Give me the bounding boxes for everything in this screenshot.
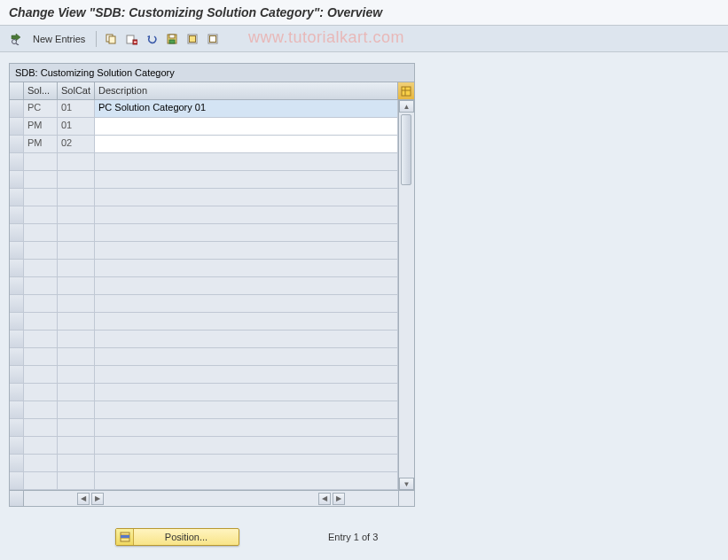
cell-solcat[interactable]	[58, 366, 95, 383]
cell-solcat[interactable]: 01	[58, 118, 95, 135]
cell-sol[interactable]	[24, 401, 58, 418]
cell-description[interactable]	[95, 472, 398, 489]
cell-description[interactable]	[95, 366, 398, 383]
position-button[interactable]: Position...	[115, 528, 239, 546]
header-selector[interactable]	[10, 82, 24, 99]
cell-description[interactable]	[95, 384, 398, 401]
cell-solcat[interactable]	[58, 206, 95, 223]
cell-sol[interactable]	[24, 419, 58, 436]
row-selector[interactable]	[10, 455, 24, 471]
cell-solcat[interactable]	[58, 277, 95, 294]
scroll-thumb[interactable]	[401, 114, 411, 185]
row-selector[interactable]	[10, 224, 24, 241]
cell-description[interactable]	[95, 206, 398, 223]
cell-solcat[interactable]	[58, 189, 95, 206]
scroll-down-icon[interactable]: ▼	[399, 478, 414, 490]
row-selector[interactable]	[10, 260, 24, 276]
scroll-up-icon[interactable]: ▲	[399, 100, 414, 113]
horizontal-scrollbar[interactable]: ◀ ▶ ◀ ▶	[24, 491, 398, 506]
header-description[interactable]: Description	[95, 82, 398, 99]
row-selector[interactable]	[10, 348, 24, 365]
cell-solcat[interactable]	[58, 419, 95, 436]
cell-sol[interactable]: PC	[24, 100, 58, 117]
cell-solcat[interactable]	[58, 401, 95, 418]
deselect-all-icon[interactable]	[204, 30, 222, 48]
row-selector[interactable]	[10, 153, 24, 170]
cell-description[interactable]	[95, 118, 398, 135]
toggle-icon[interactable]	[7, 30, 25, 48]
row-selector[interactable]	[10, 437, 24, 454]
row-selector[interactable]	[10, 401, 24, 418]
cell-solcat[interactable]	[58, 348, 95, 365]
cell-sol[interactable]	[24, 242, 58, 259]
cell-description[interactable]	[95, 189, 398, 206]
new-entries-button[interactable]: New Entries	[27, 32, 90, 46]
cell-sol[interactable]	[24, 171, 58, 188]
cell-description[interactable]	[95, 242, 398, 259]
cell-sol[interactable]	[24, 206, 58, 223]
cell-sol[interactable]	[24, 384, 58, 401]
row-selector[interactable]	[10, 171, 24, 188]
cell-sol[interactable]	[24, 331, 58, 347]
cell-sol[interactable]	[24, 472, 58, 489]
cell-description[interactable]	[95, 419, 398, 436]
cell-solcat[interactable]: 01	[58, 100, 95, 117]
row-selector[interactable]	[10, 472, 24, 489]
cell-sol[interactable]: PM	[24, 118, 58, 135]
cell-description[interactable]	[95, 224, 398, 241]
cell-sol[interactable]: PM	[24, 136, 58, 152]
cell-description[interactable]	[95, 401, 398, 418]
cell-description[interactable]	[95, 260, 398, 276]
row-selector[interactable]	[10, 277, 24, 294]
cell-sol[interactable]	[24, 260, 58, 276]
delete-icon[interactable]	[122, 30, 140, 48]
cell-solcat[interactable]: 02	[58, 136, 95, 152]
cell-solcat[interactable]	[58, 224, 95, 241]
row-selector[interactable]	[10, 313, 24, 330]
cell-solcat[interactable]	[58, 153, 95, 170]
cell-description[interactable]: PC Solution Category 01	[95, 100, 398, 117]
cell-description[interactable]	[95, 153, 398, 170]
row-selector[interactable]	[10, 136, 24, 152]
cell-sol[interactable]	[24, 153, 58, 170]
row-selector[interactable]	[10, 118, 24, 135]
cell-description[interactable]	[95, 313, 398, 330]
scroll-right-end-icon[interactable]: ▶	[333, 493, 345, 505]
cell-description[interactable]	[95, 348, 398, 365]
cell-sol[interactable]	[24, 295, 58, 312]
header-sol[interactable]: Sol...	[24, 82, 58, 99]
cell-sol[interactable]	[24, 189, 58, 206]
cell-sol[interactable]	[24, 313, 58, 330]
cell-description[interactable]	[95, 171, 398, 188]
cell-description[interactable]	[95, 437, 398, 454]
header-solcat[interactable]: SolCat	[58, 82, 95, 99]
copy-icon[interactable]	[102, 30, 120, 48]
cell-sol[interactable]	[24, 224, 58, 241]
cell-solcat[interactable]	[58, 242, 95, 259]
scroll-right-icon[interactable]: ▶	[91, 493, 104, 505]
vertical-scrollbar[interactable]: ▲ ▼	[398, 100, 414, 490]
cell-solcat[interactable]	[58, 260, 95, 276]
row-selector[interactable]	[10, 206, 24, 223]
cell-solcat[interactable]	[58, 472, 95, 489]
scroll-left-end-icon[interactable]: ◀	[318, 493, 331, 505]
cell-sol[interactable]	[24, 455, 58, 471]
cell-solcat[interactable]	[58, 313, 95, 330]
cell-solcat[interactable]	[58, 437, 95, 454]
cell-sol[interactable]	[24, 366, 58, 383]
save-icon[interactable]	[163, 30, 181, 48]
cell-solcat[interactable]	[58, 171, 95, 188]
cell-sol[interactable]	[24, 348, 58, 365]
cell-solcat[interactable]	[58, 384, 95, 401]
row-selector[interactable]	[10, 295, 24, 312]
cell-solcat[interactable]	[58, 455, 95, 471]
row-selector[interactable]	[10, 384, 24, 401]
cell-solcat[interactable]	[58, 331, 95, 347]
row-selector[interactable]	[10, 100, 24, 117]
cell-description[interactable]	[95, 277, 398, 294]
cell-description[interactable]	[95, 136, 398, 152]
cell-description[interactable]	[95, 455, 398, 471]
row-selector[interactable]	[10, 366, 24, 383]
row-selector[interactable]	[10, 189, 24, 206]
cell-description[interactable]	[95, 295, 398, 312]
